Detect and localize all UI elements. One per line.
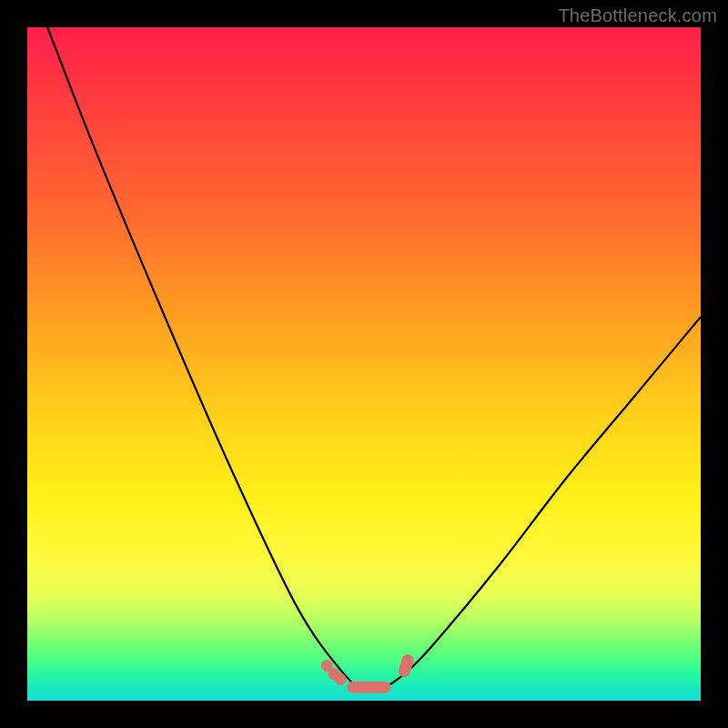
curve-layer — [27, 27, 701, 701]
watermark-text: TheBottleneck.com — [558, 5, 717, 26]
optimal-markers — [321, 660, 408, 693]
optimal-bar — [348, 682, 391, 693]
plot-area — [27, 27, 701, 701]
optimal-dot — [335, 673, 347, 685]
chart-stage: TheBottleneck.com — [0, 0, 728, 728]
bottleneck-curve — [47, 27, 701, 689]
optimal-bar-right — [404, 661, 408, 672]
